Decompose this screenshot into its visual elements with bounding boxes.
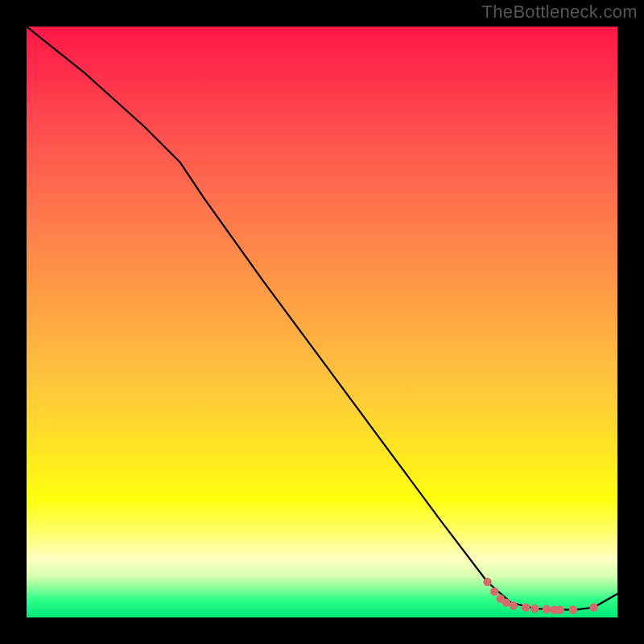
data-point [556, 605, 564, 613]
data-point [530, 605, 539, 613]
data-point [483, 578, 491, 586]
watermark-text: TheBottleneck.com [482, 2, 638, 23]
data-point [490, 588, 498, 596]
data-point [569, 605, 577, 613]
data-point [510, 601, 518, 609]
chart-stage: TheBottleneck.com [0, 0, 644, 644]
data-point [589, 603, 597, 611]
plot-area [27, 27, 617, 617]
chart-overlay [27, 27, 617, 617]
data-point [543, 605, 551, 613]
curve-line [27, 27, 617, 609]
data-point [522, 603, 530, 611]
